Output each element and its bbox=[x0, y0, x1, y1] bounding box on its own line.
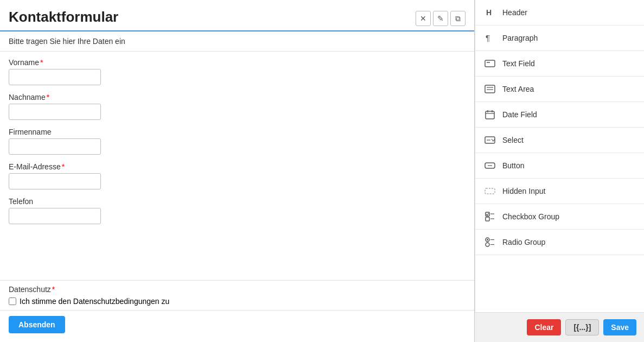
component-item-text-field[interactable]: Text Field bbox=[475, 51, 644, 77]
paragraph-icon: ¶ bbox=[484, 32, 496, 44]
template-button[interactable]: [{...}] bbox=[565, 319, 599, 335]
field-telefon: Telefon bbox=[9, 197, 466, 224]
input-telefon[interactable] bbox=[9, 208, 101, 224]
input-vorname[interactable] bbox=[9, 69, 101, 85]
datenschutz-checkbox[interactable] bbox=[9, 297, 16, 305]
input-email[interactable] bbox=[9, 173, 101, 189]
component-label-text-area: Text Area bbox=[502, 85, 534, 93]
component-item-button[interactable]: Button bbox=[475, 153, 644, 179]
component-label-radio-group: Radio Group bbox=[502, 238, 545, 246]
text-field-icon bbox=[484, 58, 496, 69]
field-firmenname: Firmenname bbox=[9, 128, 466, 155]
component-list: HHeader¶ParagraphText FieldText AreaDate… bbox=[475, 0, 644, 312]
component-item-date-field[interactable]: Date Field bbox=[475, 102, 644, 128]
component-item-select[interactable]: Select bbox=[475, 128, 644, 153]
svg-rect-15 bbox=[485, 188, 495, 194]
label-vorname: Vorname* bbox=[9, 58, 466, 67]
field-email: E-Mail-Adresse* bbox=[9, 162, 466, 189]
button-icon bbox=[484, 160, 496, 172]
svg-rect-17 bbox=[486, 217, 489, 221]
datenschutz-section: Datenschutz* Ich stimme den Datenschutzb… bbox=[0, 280, 474, 310]
submit-button[interactable]: Absenden bbox=[9, 316, 65, 333]
svg-text:¶: ¶ bbox=[486, 33, 490, 42]
copy-icon-button[interactable]: ⧉ bbox=[450, 11, 466, 26]
datenschutz-checkbox-label: Ich stimme den Datenschutzbedingungen zu bbox=[20, 297, 169, 306]
clear-button[interactable]: Clear bbox=[527, 319, 561, 335]
input-firmenname[interactable] bbox=[9, 138, 101, 155]
component-label-paragraph: Paragraph bbox=[502, 34, 538, 42]
component-label-date-field: Date Field bbox=[502, 110, 537, 119]
save-button[interactable]: Save bbox=[603, 319, 636, 335]
radio-group-icon bbox=[484, 236, 496, 248]
text-area-icon bbox=[484, 83, 496, 95]
required-star-vorname: * bbox=[40, 58, 43, 67]
form-panel: Kontaktformular ✕ ✎ ⧉ Bitte tragen Sie h… bbox=[0, 0, 475, 342]
date-field-icon bbox=[484, 109, 496, 121]
datenschutz-checkbox-row: Ich stimme den Datenschutzbedingungen zu bbox=[9, 297, 466, 306]
component-label-button: Button bbox=[502, 161, 524, 170]
select-icon bbox=[484, 134, 496, 146]
form-subtitle: Bitte tragen Sie hier Ihre Daten ein bbox=[0, 31, 474, 52]
form-header-icons: ✕ ✎ ⧉ bbox=[416, 11, 466, 26]
component-label-select: Select bbox=[502, 136, 524, 144]
label-firmenname: Firmenname bbox=[9, 128, 466, 136]
svg-point-22 bbox=[487, 239, 488, 240]
label-telefon: Telefon bbox=[9, 197, 466, 206]
label-nachname: Nachname* bbox=[9, 93, 466, 102]
required-star-datenschutz: * bbox=[52, 285, 55, 294]
component-label-text-field: Text Field bbox=[502, 59, 535, 68]
form-header: Kontaktformular ✕ ✎ ⧉ bbox=[0, 0, 474, 31]
component-label-hidden-input: Hidden Input bbox=[502, 187, 545, 195]
svg-text:H: H bbox=[486, 8, 492, 17]
component-item-checkbox-group[interactable]: Checkbox Group bbox=[475, 204, 644, 230]
required-star-nachname: * bbox=[47, 93, 49, 102]
required-star-email: * bbox=[62, 162, 65, 171]
component-item-radio-group[interactable]: Radio Group bbox=[475, 230, 644, 255]
component-label-checkbox-group: Checkbox Group bbox=[502, 212, 559, 221]
datenschutz-label: Datenschutz* bbox=[9, 285, 466, 294]
svg-point-21 bbox=[486, 243, 489, 246]
component-item-hidden-input[interactable]: Hidden Input bbox=[475, 179, 644, 204]
hidden-input-icon bbox=[484, 185, 496, 197]
right-panel-footer: Clear [{...}] Save bbox=[475, 312, 644, 342]
close-icon-button[interactable]: ✕ bbox=[416, 11, 431, 26]
svg-rect-2 bbox=[485, 60, 495, 67]
component-label-header: Header bbox=[502, 8, 527, 17]
component-item-paragraph[interactable]: ¶Paragraph bbox=[475, 26, 644, 51]
input-nachname[interactable] bbox=[9, 104, 101, 120]
form-title: Kontaktformular bbox=[9, 9, 118, 26]
label-email: E-Mail-Adresse* bbox=[9, 162, 466, 171]
header-icon: H bbox=[484, 7, 496, 18]
field-nachname: Nachname* bbox=[9, 93, 466, 120]
svg-rect-4 bbox=[485, 85, 495, 93]
field-vorname: Vorname* bbox=[9, 58, 466, 85]
component-item-text-area[interactable]: Text Area bbox=[475, 77, 644, 102]
right-panel: HHeader¶ParagraphText FieldText AreaDate… bbox=[475, 0, 644, 342]
edit-icon-button[interactable]: ✎ bbox=[433, 11, 448, 26]
component-item-header[interactable]: HHeader bbox=[475, 0, 644, 26]
form-content: Vorname* Nachname* Firmenname E-Mail-Adr… bbox=[0, 52, 474, 280]
submit-section: Absenden bbox=[0, 310, 474, 342]
checkbox-group-icon bbox=[484, 211, 496, 223]
svg-rect-7 bbox=[486, 111, 494, 119]
